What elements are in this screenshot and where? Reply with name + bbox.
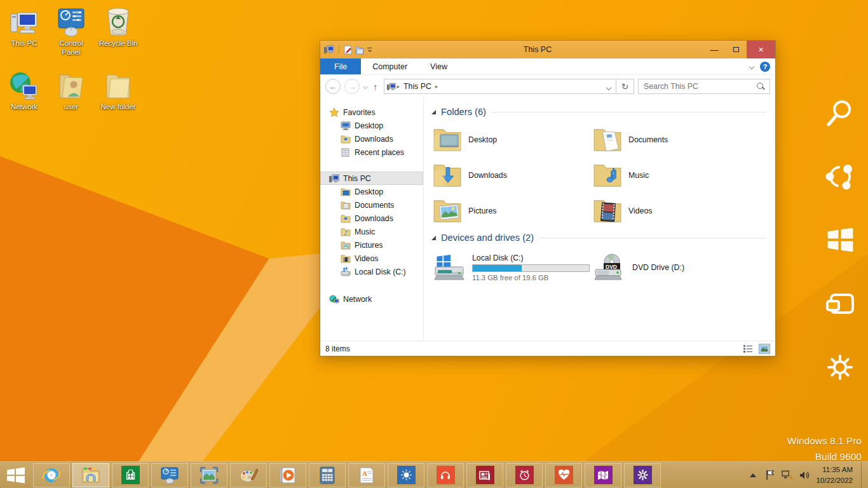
svg-text:A: A xyxy=(362,470,367,477)
expand-ribbon-chevron-icon[interactable] xyxy=(749,64,754,69)
downloads-folder-icon xyxy=(341,214,351,224)
qat-customize-dropdown-icon[interactable] xyxy=(367,48,372,52)
nav-thispc-pictures[interactable]: Pictures xyxy=(320,238,423,252)
this-pc-icon xyxy=(329,173,339,184)
collapse-group-icon[interactable] xyxy=(431,236,436,240)
nav-thispc-music[interactable]: ♪ Music xyxy=(320,225,423,238)
wordpad-icon: A xyxy=(358,466,375,484)
folder-tile-desktop[interactable]: Desktop xyxy=(433,122,592,158)
nav-network[interactable]: Network xyxy=(320,292,423,306)
show-desktop-button[interactable] xyxy=(861,462,864,488)
collapse-group-icon[interactable] xyxy=(431,110,436,114)
help-icon[interactable]: ? xyxy=(760,62,770,72)
taskbar-music[interactable] xyxy=(427,463,464,487)
search-input[interactable] xyxy=(644,82,753,91)
nav-thispc-documents[interactable]: Documents xyxy=(320,198,423,212)
qat-new-folder-icon[interactable] xyxy=(355,45,364,55)
pictures-folder-icon xyxy=(433,198,462,224)
search-box[interactable] xyxy=(638,79,770,94)
nav-thispc-local-disk[interactable]: Local Disk (C:) xyxy=(320,265,423,278)
nav-this-pc[interactable]: This PC xyxy=(320,172,423,185)
taskbar-maps[interactable] xyxy=(585,463,621,487)
taskbar-store[interactable] xyxy=(112,463,149,487)
close-button[interactable]: × xyxy=(747,41,775,58)
nav-thispc-downloads[interactable]: Downloads xyxy=(320,212,423,225)
taskbar-file-explorer[interactable] xyxy=(72,463,109,487)
tab-view[interactable]: View xyxy=(419,58,459,74)
start-button[interactable] xyxy=(0,462,32,488)
drive-tile-local-disk[interactable]: Local Disk (C:) 11.3 GB free of 19.6 GB xyxy=(433,248,592,287)
folder-tile-documents[interactable]: Documents xyxy=(593,122,752,158)
drive-tile-dvd[interactable]: DVD DVD Drive (D:) xyxy=(593,248,752,287)
breadcrumb-separator-icon[interactable]: ▸ xyxy=(434,83,440,90)
tab-computer[interactable]: Computer xyxy=(361,58,419,74)
details-view-button[interactable] xyxy=(742,344,754,354)
taskbar-media-player[interactable] xyxy=(269,463,306,487)
nav-favorites[interactable]: Favorites xyxy=(320,105,423,119)
folder-tile-pictures[interactable]: Pictures xyxy=(433,193,592,229)
taskbar-alarms[interactable] xyxy=(506,463,543,487)
nav-label: Pictures xyxy=(355,241,383,250)
refresh-button[interactable]: ↻ xyxy=(616,79,634,94)
back-button[interactable]: ← xyxy=(325,79,341,94)
nav-favorites-recent-places[interactable]: Recent places xyxy=(320,146,423,159)
qat-properties-icon[interactable] xyxy=(344,45,352,55)
quick-access-toolbar xyxy=(320,45,372,55)
desktop-icon-new-folder[interactable]: New folder xyxy=(94,69,142,111)
taskbar-news[interactable] xyxy=(466,463,503,487)
desktop-icon-recycle-bin[interactable]: Recycle Bin xyxy=(94,5,142,48)
thumbnails-view-button[interactable] xyxy=(759,344,770,354)
desktop-icon-user-folder[interactable]: user xyxy=(47,69,95,111)
nav-label: This PC xyxy=(343,174,371,183)
taskbar-pc-settings[interactable] xyxy=(624,463,661,487)
taskbar-paint[interactable] xyxy=(230,463,267,487)
charm-start-windows-icon[interactable] xyxy=(824,224,857,257)
taskbar-control-panel[interactable] xyxy=(151,463,188,487)
charm-devices-icon[interactable] xyxy=(824,287,857,320)
tray-clock[interactable]: 11:35 AM 10/22/2022 xyxy=(816,464,855,485)
charm-search-icon[interactable] xyxy=(824,97,857,130)
address-bar[interactable]: ▸ This PC ▸ xyxy=(384,79,617,94)
network-warning-icon[interactable] xyxy=(782,470,793,481)
items-count: 8 items xyxy=(325,344,350,353)
breadcrumb-this-pc[interactable]: This PC xyxy=(401,82,434,91)
desktop-icon-network[interactable]: Network xyxy=(0,69,48,111)
nav-favorites-downloads[interactable]: Downloads xyxy=(320,132,423,146)
folder-tile-videos[interactable]: Videos xyxy=(593,193,752,229)
charm-share-icon[interactable] xyxy=(824,160,857,193)
folder-tile-music[interactable]: Music xyxy=(593,158,752,193)
desktop-icon-label: ControlPanel xyxy=(47,39,95,57)
hidden-icons-chevron[interactable] xyxy=(747,470,759,481)
maximize-button[interactable] xyxy=(725,41,747,58)
tab-file[interactable]: File xyxy=(320,58,361,74)
desktop-icon-control-panel[interactable]: ControlPanel xyxy=(47,5,95,57)
nav-label: Desktop xyxy=(355,187,383,196)
pictures-folder-icon xyxy=(341,240,351,250)
nav-thispc-desktop[interactable]: Desktop xyxy=(320,185,423,198)
search-icon[interactable] xyxy=(757,83,764,90)
group-label: Folders (6) xyxy=(441,107,486,117)
charm-settings-icon[interactable] xyxy=(824,351,857,384)
taskbar-wordpad[interactable]: A xyxy=(348,463,385,487)
nav-thispc-videos[interactable]: Videos xyxy=(320,252,423,265)
folder-tile-downloads[interactable]: Downloads xyxy=(433,158,592,193)
title-bar[interactable]: This PC — × xyxy=(320,41,775,58)
recent-locations-chevron-icon[interactable] xyxy=(363,84,368,89)
group-header-folders[interactable]: Folders (6) xyxy=(431,107,770,117)
taskbar-weather[interactable] xyxy=(388,463,424,487)
window-this-pc-icon xyxy=(324,45,334,54)
taskbar-internet-explorer[interactable] xyxy=(33,463,70,487)
taskbar-calculator[interactable]: 0 xyxy=(309,463,346,487)
action-center-flag-icon[interactable] xyxy=(764,470,776,481)
minimize-button[interactable]: — xyxy=(703,41,725,58)
forward-button[interactable]: → xyxy=(344,79,360,94)
up-button[interactable]: ↑ xyxy=(371,81,380,92)
desktop-icon-this-pc[interactable]: This PC xyxy=(0,5,48,48)
volume-icon[interactable] xyxy=(799,470,810,481)
taskbar-photos[interactable] xyxy=(191,463,227,487)
group-header-devices[interactable]: Devices and drives (2) xyxy=(431,233,770,243)
nav-favorites-desktop[interactable]: Desktop xyxy=(320,119,423,132)
address-dropdown-chevron-icon[interactable] xyxy=(606,85,611,90)
internet-explorer-icon xyxy=(42,466,61,485)
taskbar-health-fitness[interactable] xyxy=(545,463,582,487)
